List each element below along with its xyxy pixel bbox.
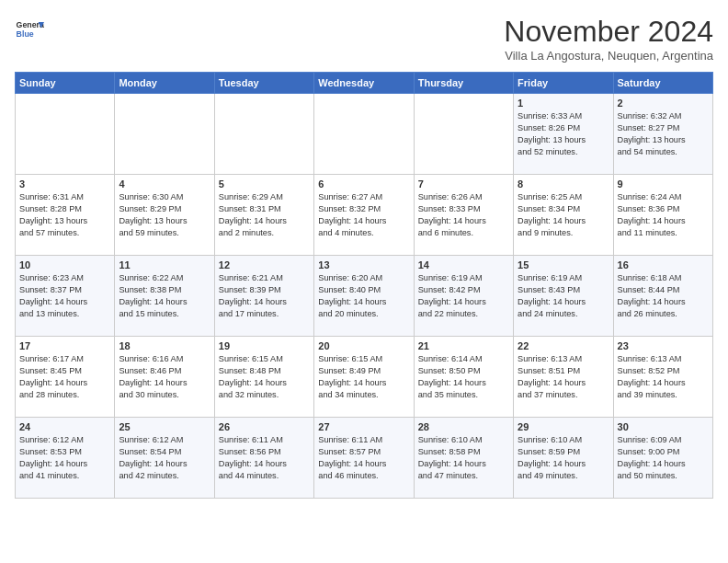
day-number: 28	[418, 421, 509, 432]
calendar-cell: 8Sunrise: 6:25 AM Sunset: 8:34 PM Daylig…	[514, 175, 613, 256]
day-number: 9	[618, 178, 709, 190]
day-info: Sunrise: 6:32 AM Sunset: 8:27 PM Dayligh…	[618, 110, 709, 158]
col-header-tuesday: Tuesday	[214, 73, 313, 94]
day-info: Sunrise: 6:21 AM Sunset: 8:39 PM Dayligh…	[219, 272, 310, 320]
day-info: Sunrise: 6:10 AM Sunset: 8:59 PM Dayligh…	[518, 434, 609, 482]
page-header: General Blue November 2024 Villa La Ango…	[15, 15, 713, 63]
day-number: 26	[219, 421, 310, 432]
calendar-cell: 6Sunrise: 6:27 AM Sunset: 8:32 PM Daylig…	[314, 175, 414, 256]
calendar-week-row: 10Sunrise: 6:23 AM Sunset: 8:37 PM Dayli…	[16, 256, 713, 337]
day-number: 22	[518, 340, 609, 351]
calendar-cell: 19Sunrise: 6:15 AM Sunset: 8:48 PM Dayli…	[214, 337, 313, 418]
day-info: Sunrise: 6:15 AM Sunset: 8:48 PM Dayligh…	[219, 353, 310, 401]
calendar-cell: 10Sunrise: 6:23 AM Sunset: 8:37 PM Dayli…	[16, 256, 115, 337]
col-header-friday: Friday	[514, 73, 613, 94]
day-info: Sunrise: 6:24 AM Sunset: 8:36 PM Dayligh…	[618, 191, 709, 239]
calendar-cell: 24Sunrise: 6:12 AM Sunset: 8:53 PM Dayli…	[16, 418, 115, 499]
calendar-cell	[214, 94, 313, 175]
col-header-monday: Monday	[115, 73, 214, 94]
day-number: 17	[19, 340, 110, 351]
day-number: 21	[418, 340, 509, 351]
day-info: Sunrise: 6:19 AM Sunset: 8:43 PM Dayligh…	[518, 272, 609, 320]
calendar-cell	[314, 94, 414, 175]
col-header-thursday: Thursday	[414, 73, 513, 94]
day-number: 5	[219, 178, 310, 190]
day-number: 24	[19, 421, 110, 432]
day-info: Sunrise: 6:13 AM Sunset: 8:52 PM Dayligh…	[618, 353, 709, 401]
day-info: Sunrise: 6:20 AM Sunset: 8:40 PM Dayligh…	[318, 272, 409, 320]
calendar-week-row: 1Sunrise: 6:33 AM Sunset: 8:26 PM Daylig…	[16, 94, 713, 175]
calendar-cell	[414, 94, 513, 175]
day-info: Sunrise: 6:17 AM Sunset: 8:45 PM Dayligh…	[19, 353, 110, 401]
day-info: Sunrise: 6:12 AM Sunset: 8:54 PM Dayligh…	[119, 434, 210, 482]
day-number: 4	[119, 178, 210, 190]
day-number: 12	[219, 259, 310, 270]
day-number: 15	[518, 259, 609, 270]
calendar-week-row: 24Sunrise: 6:12 AM Sunset: 8:53 PM Dayli…	[16, 418, 713, 499]
day-info: Sunrise: 6:16 AM Sunset: 8:46 PM Dayligh…	[119, 353, 210, 401]
day-info: Sunrise: 6:10 AM Sunset: 8:58 PM Dayligh…	[418, 434, 509, 482]
calendar-cell: 18Sunrise: 6:16 AM Sunset: 8:46 PM Dayli…	[115, 337, 214, 418]
calendar-cell: 4Sunrise: 6:30 AM Sunset: 8:29 PM Daylig…	[115, 175, 214, 256]
day-number: 1	[518, 98, 609, 109]
day-info: Sunrise: 6:25 AM Sunset: 8:34 PM Dayligh…	[518, 191, 609, 239]
day-info: Sunrise: 6:15 AM Sunset: 8:49 PM Dayligh…	[318, 353, 409, 401]
day-number: 13	[318, 259, 409, 270]
col-header-sunday: Sunday	[16, 73, 115, 94]
day-number: 3	[19, 178, 110, 190]
calendar-cell	[16, 94, 115, 175]
calendar-cell: 7Sunrise: 6:26 AM Sunset: 8:33 PM Daylig…	[414, 175, 513, 256]
calendar-cell	[115, 94, 214, 175]
day-info: Sunrise: 6:19 AM Sunset: 8:42 PM Dayligh…	[418, 272, 509, 320]
day-number: 7	[418, 178, 509, 190]
day-number: 23	[618, 340, 709, 351]
location-subtitle: Villa La Angostura, Neuquen, Argentina	[504, 49, 713, 63]
calendar-cell: 25Sunrise: 6:12 AM Sunset: 8:54 PM Dayli…	[115, 418, 214, 499]
title-block: November 2024 Villa La Angostura, Neuque…	[504, 15, 713, 63]
svg-text:Blue: Blue	[17, 29, 34, 39]
day-info: Sunrise: 6:33 AM Sunset: 8:26 PM Dayligh…	[518, 110, 609, 158]
day-number: 14	[418, 259, 509, 270]
day-number: 2	[618, 98, 709, 109]
day-info: Sunrise: 6:26 AM Sunset: 8:33 PM Dayligh…	[418, 191, 509, 239]
calendar-cell: 23Sunrise: 6:13 AM Sunset: 8:52 PM Dayli…	[613, 337, 712, 418]
day-number: 27	[318, 421, 409, 432]
day-number: 10	[19, 259, 110, 270]
calendar-cell: 14Sunrise: 6:19 AM Sunset: 8:42 PM Dayli…	[414, 256, 513, 337]
day-number: 6	[318, 178, 409, 190]
calendar-week-row: 17Sunrise: 6:17 AM Sunset: 8:45 PM Dayli…	[16, 337, 713, 418]
day-info: Sunrise: 6:18 AM Sunset: 8:44 PM Dayligh…	[618, 272, 709, 320]
calendar-cell: 16Sunrise: 6:18 AM Sunset: 8:44 PM Dayli…	[613, 256, 712, 337]
calendar-table: SundayMondayTuesdayWednesdayThursdayFrid…	[15, 72, 713, 499]
day-number: 16	[618, 259, 709, 270]
day-info: Sunrise: 6:09 AM Sunset: 9:00 PM Dayligh…	[618, 434, 709, 482]
calendar-cell: 11Sunrise: 6:22 AM Sunset: 8:38 PM Dayli…	[115, 256, 214, 337]
day-number: 19	[219, 340, 310, 351]
logo-icon: General Blue	[15, 15, 44, 44]
calendar-cell: 22Sunrise: 6:13 AM Sunset: 8:51 PM Dayli…	[514, 337, 613, 418]
day-info: Sunrise: 6:12 AM Sunset: 8:53 PM Dayligh…	[19, 434, 110, 482]
day-number: 20	[318, 340, 409, 351]
day-info: Sunrise: 6:22 AM Sunset: 8:38 PM Dayligh…	[119, 272, 210, 320]
day-number: 11	[119, 259, 210, 270]
calendar-cell: 27Sunrise: 6:11 AM Sunset: 8:57 PM Dayli…	[314, 418, 414, 499]
calendar-cell: 13Sunrise: 6:20 AM Sunset: 8:40 PM Dayli…	[314, 256, 414, 337]
calendar-cell: 26Sunrise: 6:11 AM Sunset: 8:56 PM Dayli…	[214, 418, 313, 499]
day-number: 25	[119, 421, 210, 432]
calendar-cell: 28Sunrise: 6:10 AM Sunset: 8:58 PM Dayli…	[414, 418, 513, 499]
day-info: Sunrise: 6:29 AM Sunset: 8:31 PM Dayligh…	[219, 191, 310, 239]
day-info: Sunrise: 6:31 AM Sunset: 8:28 PM Dayligh…	[19, 191, 110, 239]
calendar-header-row: SundayMondayTuesdayWednesdayThursdayFrid…	[16, 73, 713, 94]
day-number: 30	[618, 421, 709, 432]
day-info: Sunrise: 6:11 AM Sunset: 8:57 PM Dayligh…	[318, 434, 409, 482]
day-number: 8	[518, 178, 609, 190]
calendar-cell: 29Sunrise: 6:10 AM Sunset: 8:59 PM Dayli…	[514, 418, 613, 499]
day-number: 29	[518, 421, 609, 432]
calendar-cell: 15Sunrise: 6:19 AM Sunset: 8:43 PM Dayli…	[514, 256, 613, 337]
calendar-cell: 12Sunrise: 6:21 AM Sunset: 8:39 PM Dayli…	[214, 256, 313, 337]
calendar-cell: 3Sunrise: 6:31 AM Sunset: 8:28 PM Daylig…	[16, 175, 115, 256]
day-info: Sunrise: 6:13 AM Sunset: 8:51 PM Dayligh…	[518, 353, 609, 401]
calendar-week-row: 3Sunrise: 6:31 AM Sunset: 8:28 PM Daylig…	[16, 175, 713, 256]
calendar-cell: 17Sunrise: 6:17 AM Sunset: 8:45 PM Dayli…	[16, 337, 115, 418]
calendar-cell: 1Sunrise: 6:33 AM Sunset: 8:26 PM Daylig…	[514, 94, 613, 175]
